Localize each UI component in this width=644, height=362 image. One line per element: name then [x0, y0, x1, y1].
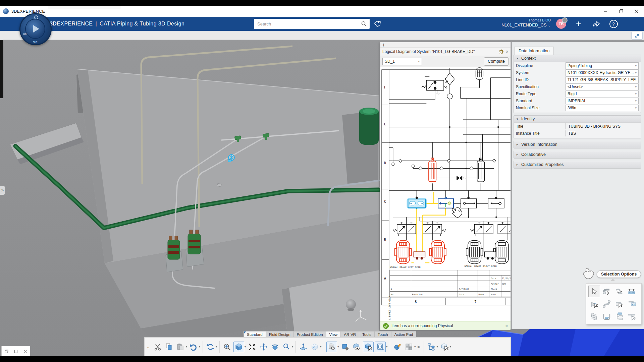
- rotate-icon[interactable]: [269, 340, 281, 354]
- panel-collapse-icon[interactable]: ❭: [382, 43, 385, 47]
- shuttle-valve-hover[interactable]: [438, 197, 453, 208]
- maximize-window-icon[interactable]: [14, 350, 18, 353]
- undo-button[interactable]: ▾: [188, 340, 201, 354]
- version-information-header[interactable]: ▸ Version Information: [514, 141, 641, 148]
- search-icon[interactable]: [361, 21, 367, 27]
- fullscreen-toggle-button[interactable]: [631, 32, 643, 40]
- select-spool-option[interactable]: [601, 298, 612, 310]
- select-tube-bundle-option[interactable]: [588, 310, 600, 322]
- search-bar[interactable]: [254, 19, 370, 29]
- hide-show-icon[interactable]: ▾: [309, 340, 322, 354]
- normal-view-icon[interactable]: [298, 340, 309, 354]
- select-physical-icon[interactable]: [362, 340, 374, 354]
- compass-vr-label[interactable]: V.R: [33, 41, 38, 44]
- physical-product-icon[interactable]: ▾: [439, 340, 452, 354]
- collapse-toolbar-icon[interactable]: ⌄: [147, 345, 150, 349]
- titleblock-date-value: 11/19/2019: [502, 277, 511, 280]
- ribbon-tab-standard[interactable]: Standard: [244, 331, 266, 338]
- context-section-header[interactable]: ▾ Context: [514, 55, 641, 62]
- system-dropdown[interactable]: N101-0000XXXX-Hydraulic-GR-YE...▾: [566, 69, 639, 76]
- select-tee-option[interactable]: [626, 310, 637, 322]
- specification-dropdown[interactable]: <Unset>▾: [566, 83, 639, 90]
- avatar[interactable]: TB: [556, 19, 566, 29]
- 3d-compass[interactable]: 3D V.R: [19, 13, 52, 45]
- discipline-dropdown[interactable]: Piping/Tubing▾: [566, 62, 639, 69]
- ribbon-tab-view[interactable]: View: [326, 331, 341, 338]
- close-button[interactable]: [629, 6, 644, 17]
- share-button[interactable]: [591, 19, 601, 29]
- select-funnel-option[interactable]: [588, 298, 600, 310]
- add-content-button[interactable]: +: [574, 19, 584, 29]
- tag-icon[interactable]: [374, 21, 381, 27]
- measure-length-option[interactable]: [626, 286, 637, 297]
- nominal-size-dropdown[interactable]: 3/8in▾: [566, 105, 639, 111]
- more-commands-icon[interactable]: ▶: [418, 345, 420, 349]
- gear-icon[interactable]: [499, 49, 504, 54]
- render-style-icon[interactable]: [392, 340, 403, 354]
- model-settings-icon[interactable]: [339, 340, 351, 354]
- minimize-button[interactable]: [598, 6, 613, 17]
- visibility-cube-icon[interactable]: [351, 340, 362, 354]
- customized-properties-header[interactable]: ▸ Customized Properties: [514, 161, 641, 168]
- sheet-selector[interactable]: SD_1 ▾: [382, 58, 422, 65]
- ribbon-tab-ar-vr[interactable]: AR-VR: [340, 331, 359, 338]
- line-id-dropdown[interactable]: TL121-GR-3/8-BREAK_SUPPLY_LEF...▾: [566, 76, 639, 83]
- collaborative-header[interactable]: ▸ Collaborative: [514, 151, 641, 158]
- shuttle-valve-selected[interactable]: [407, 197, 427, 209]
- restore-button[interactable]: [613, 6, 629, 17]
- zone-row-label: A: [384, 277, 386, 280]
- user-block[interactable]: Thomas BIOU N101_EXTENDED_CS⌄: [501, 18, 551, 28]
- zoom-icon[interactable]: ▾: [281, 340, 294, 354]
- standard-dropdown[interactable]: IMPERIAL▾: [566, 98, 639, 104]
- iso-view-icon[interactable]: ▾: [233, 340, 247, 354]
- ribbon-tab-action-pad[interactable]: Action Pad: [391, 331, 417, 338]
- select-branch-option[interactable]: [613, 298, 625, 310]
- select-by-id-option[interactable]: ID: [626, 298, 637, 310]
- update-status-icon[interactable]: ▾: [374, 340, 388, 354]
- user-name: Thomas BIOU: [501, 18, 551, 22]
- select-elbow-option[interactable]: [601, 286, 612, 297]
- route-type-dropdown[interactable]: Rigid▾: [566, 90, 639, 97]
- title-value[interactable]: TUBING 3D - BRAKING SYS: [566, 123, 639, 129]
- check-valve-symbol[interactable]: [447, 94, 452, 99]
- center-view-icon[interactable]: [247, 340, 258, 354]
- ribbon-tab-product-edition[interactable]: Product Edition: [293, 331, 326, 338]
- close-window-icon[interactable]: [23, 350, 27, 353]
- tab-data-information[interactable]: Data Information: [514, 47, 554, 55]
- left-panel-expander[interactable]: >: [0, 186, 5, 195]
- play-icon[interactable]: [33, 25, 39, 33]
- schematic-canvas[interactable]: F E D C B A 8 7: [380, 67, 511, 321]
- restore-window-icon[interactable]: [5, 350, 8, 353]
- minimized-window-bar[interactable]: [1, 346, 30, 357]
- chevron-down-icon[interactable]: ⌄: [548, 23, 551, 27]
- select-cursor-option[interactable]: [588, 286, 600, 297]
- compute-button[interactable]: Compute: [484, 57, 508, 66]
- paste-button[interactable]: ▾: [175, 340, 188, 354]
- fit-all-icon[interactable]: [221, 340, 233, 354]
- ribbon-tab-fluid-design[interactable]: Fluid Design: [266, 331, 294, 338]
- diagram-panel-titlebar[interactable]: Logical Diagram of System "N101_LG-BRAKE…: [380, 47, 511, 56]
- search-input[interactable]: [254, 21, 361, 26]
- design-tree-icon[interactable]: ▾: [426, 340, 439, 354]
- dismiss-status-icon[interactable]: ×: [505, 323, 508, 328]
- transfer-pipes-option[interactable]: [613, 286, 625, 297]
- ribbon-tab-tools[interactable]: Tools: [359, 331, 375, 338]
- pan-icon[interactable]: [258, 340, 269, 354]
- help-button[interactable]: ?: [608, 19, 619, 29]
- identity-section-header[interactable]: ▾ Identity: [514, 116, 641, 123]
- compass-3d-label[interactable]: 3D: [23, 33, 26, 36]
- cut-button[interactable]: [152, 340, 163, 354]
- sphere-part[interactable]: [346, 299, 356, 309]
- select-logical-tree-option[interactable]: [613, 310, 625, 322]
- brake-manifold[interactable]: [484, 252, 496, 257]
- split-view-icon[interactable]: ▾: [403, 340, 416, 354]
- close-icon[interactable]: ×: [506, 49, 508, 54]
- instance-title-value[interactable]: TBS: [566, 130, 639, 136]
- copy-button[interactable]: [163, 340, 175, 354]
- ribbon-tab-touch[interactable]: Touch: [374, 331, 391, 338]
- catalog-browser-icon[interactable]: ▾: [326, 340, 339, 354]
- brake-manifold[interactable]: [414, 252, 425, 257]
- green-reservoir-cylinder[interactable]: [359, 112, 379, 145]
- select-tray-option[interactable]: [601, 310, 612, 322]
- update-button[interactable]: ▾: [205, 340, 218, 354]
